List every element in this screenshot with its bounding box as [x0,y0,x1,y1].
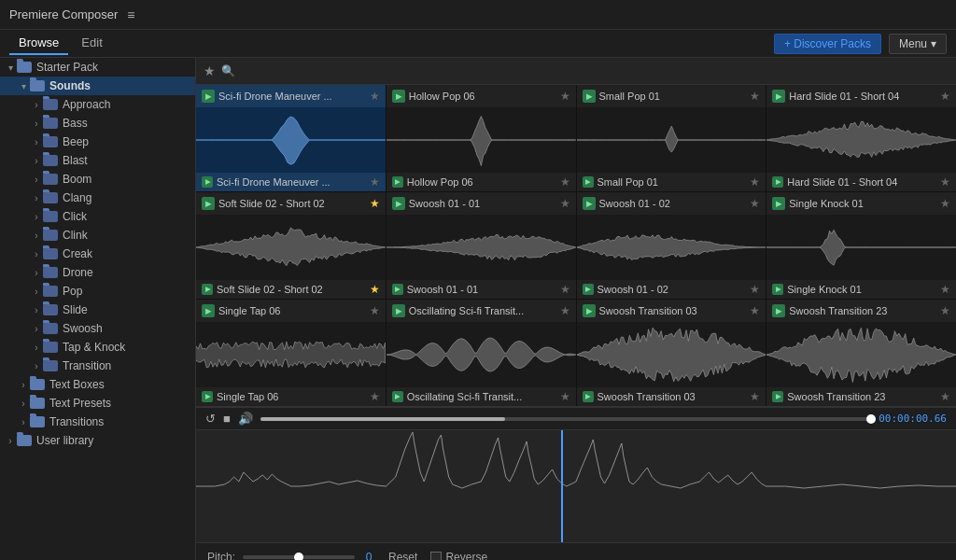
waveform-svg [387,322,576,387]
grid-footer-star[interactable]: ★ [560,283,570,296]
folder-icon [30,379,45,390]
pitch-slider[interactable] [243,555,355,559]
grid-item-hard-slide[interactable]: ▶Hard Slide 01 - Short 04★▶Hard Slide 01… [766,85,956,191]
sidebar-item-clink[interactable]: Clink [0,226,195,245]
grid-item-star[interactable]: ★ [940,90,950,103]
grid-footer-star[interactable]: ★ [370,390,380,403]
grid-footer-star[interactable]: ★ [560,175,570,189]
tab-browse[interactable]: Browse [9,32,68,55]
grid-item-header: ▶Single Tap 06★ [196,300,386,322]
sidebar-item-boom[interactable]: Boom [0,170,195,189]
hamburger-menu[interactable]: ≡ [127,7,134,22]
chevron-icon [30,285,43,298]
grid-item-hollow-pop[interactable]: ▶Hollow Pop 06★▶Hollow Pop 06★ [387,85,576,191]
play-button[interactable]: ↺ [205,412,216,426]
grid-footer-star[interactable]: ★ [940,390,950,403]
volume-button[interactable]: 🔊 [238,412,253,426]
grid-footer-name: Soft Slide 02 - Short 02 [217,284,366,295]
sidebar-item-starter-pack[interactable]: Starter Pack [0,58,195,77]
waveform-svg [577,322,766,387]
grid-footer-icon: ▶ [583,284,594,295]
waveform-thumbnail [577,107,766,173]
discover-packs-button[interactable]: + Discover Packs [774,34,881,54]
sidebar-item-text-presets[interactable]: Text Presets [0,394,195,413]
grid-item-oscillating-sci-fi[interactable]: ▶Oscillating Sci-fi Transit...★▶Oscillat… [387,300,576,406]
grid-footer-icon: ▶ [202,176,213,188]
grid-item-swoosh-transition-03[interactable]: ▶Swoosh Transition 03★▶Swoosh Transition… [577,300,766,406]
grid-footer-star[interactable]: ★ [560,390,570,403]
reverse-checkbox[interactable] [430,552,442,560]
grid-item-star[interactable]: ★ [750,304,760,317]
grid-item-type-icon: ▶ [392,197,405,210]
grid-footer-star[interactable]: ★ [370,175,380,189]
grid-footer-star[interactable]: ★ [370,283,380,296]
grid-item-swoosh-transition-23[interactable]: ▶Swoosh Transition 23★▶Swoosh Transition… [766,300,956,406]
stop-button[interactable]: ■ [223,412,231,426]
grid-item-type-icon: ▶ [202,197,215,210]
grid-item-footer: ▶Swoosh Transition 23★ [766,387,956,406]
grid-item-star[interactable]: ★ [370,90,380,103]
grid-item-star[interactable]: ★ [750,197,760,210]
grid-item-single-tap[interactable]: ▶Single Tap 06★▶Single Tap 06★ [196,300,386,406]
pitch-thumb [294,553,303,560]
grid-item-star[interactable]: ★ [940,197,950,210]
progress-track[interactable] [260,417,871,421]
waveform-svg [387,107,576,173]
grid-item-star[interactable]: ★ [560,304,570,317]
chevron-icon [30,247,43,260]
chevron-icon [30,341,43,354]
grid-item-star[interactable]: ★ [370,304,380,317]
grid-item-star[interactable]: ★ [370,197,380,210]
menu-button[interactable]: Menu ▾ [889,34,947,54]
grid-item-sci-fi-drone[interactable]: ▶Sci-fi Drone Maneuver ...★▶Sci-fi Drone… [196,85,386,191]
chevron-icon [30,210,43,223]
grid-item-small-pop[interactable]: ▶Small Pop 01★▶Small Pop 01★ [577,85,766,191]
search-icon: 🔍 [221,64,235,77]
sidebar-item-tap-knock[interactable]: Tap & Knock [0,338,195,357]
sidebar-item-swoosh[interactable]: Swoosh [0,319,195,338]
reverse-checkbox-container[interactable]: Reverse [430,551,487,560]
grid-item-single-knock[interactable]: ▶Single Knock 01★▶Single Knock 01★ [766,192,956,299]
sidebar-item-label: Click [63,210,87,223]
sidebar-item-approach[interactable]: Approach [0,95,195,114]
grid-footer-star[interactable]: ★ [750,283,760,296]
grid-footer-name: Single Knock 01 [787,284,936,295]
grid-item-star[interactable]: ★ [560,197,570,210]
sidebar-item-creak[interactable]: Creak [0,245,195,263]
grid-item-star[interactable]: ★ [750,90,760,103]
sidebar-item-transitions[interactable]: Transitions [0,413,195,431]
sidebar-item-beep[interactable]: Beep [0,133,195,151]
sidebar-item-text-boxes[interactable]: Text Boxes [0,375,195,394]
tab-edit[interactable]: Edit [72,32,111,55]
grid-footer-star[interactable]: ★ [940,175,950,189]
grid-item-swoosh-01-01[interactable]: ▶Swoosh 01 - 01★▶Swoosh 01 - 01★ [387,192,576,299]
grid-item-footer: ▶Oscillating Sci-fi Transit...★ [387,387,576,406]
sidebar-item-bass[interactable]: Bass [0,114,195,133]
sidebar-item-drone[interactable]: Drone [0,263,195,282]
sidebar-item-label: Clang [63,191,91,204]
sidebar-item-sounds[interactable]: Sounds [0,77,195,95]
grid-item-header: ▶Oscillating Sci-fi Transit...★ [387,300,576,322]
grid-item-name: Hard Slide 01 - Short 04 [789,91,936,102]
menu-label: Menu [899,37,927,50]
sidebar-item-pop[interactable]: Pop [0,282,195,301]
sidebar-item-slide[interactable]: Slide [0,301,195,319]
sidebar-item-user-library[interactable]: User library [0,431,195,450]
grid-footer-star[interactable]: ★ [750,390,760,403]
grid-item-type-icon: ▶ [772,197,785,210]
pitch-bar: Pitch: 0 Reset Reverse [196,542,956,560]
grid-footer-star[interactable]: ★ [940,283,950,296]
sidebar-item-clang[interactable]: Clang [0,189,195,207]
search-input[interactable] [241,64,949,77]
grid-item-star[interactable]: ★ [560,90,570,103]
grid-item-swoosh-01-02[interactable]: ▶Swoosh 01 - 02★▶Swoosh 01 - 02★ [577,192,766,299]
star-filter-icon[interactable]: ★ [204,63,216,78]
grid-item-star[interactable]: ★ [940,304,950,317]
sidebar-item-click[interactable]: Click [0,207,195,226]
grid-item-type-icon: ▶ [392,90,405,103]
sidebar-item-blast[interactable]: Blast [0,151,195,170]
grid-footer-star[interactable]: ★ [750,175,760,189]
sidebar-item-transition[interactable]: Transition [0,357,195,375]
grid-item-soft-slide[interactable]: ▶Soft Slide 02 - Short 02★▶Soft Slide 02… [196,192,386,299]
reset-button[interactable]: Reset [383,549,423,560]
